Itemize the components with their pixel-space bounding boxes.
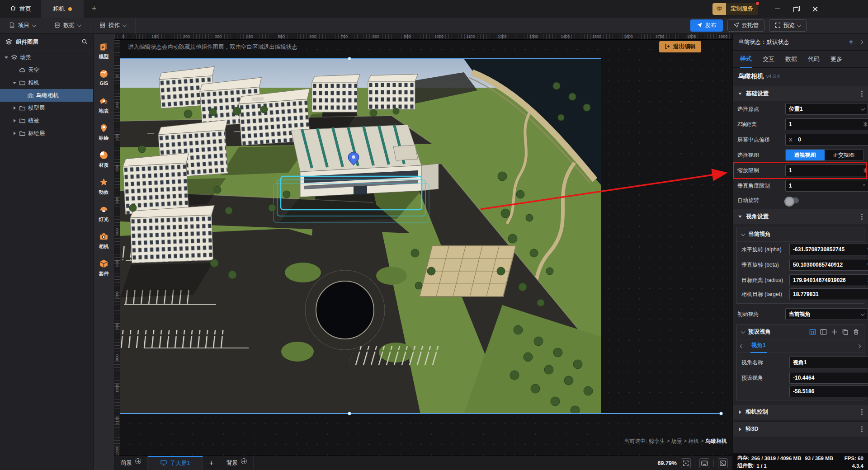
tab-more[interactable]: 更多	[830, 51, 842, 68]
selection-edge-bottom[interactable]	[120, 413, 722, 414]
dock-item-model[interactable]: 模型	[94, 39, 114, 66]
caret-right-icon[interactable]	[13, 106, 17, 110]
kebab-menu-icon[interactable]	[861, 428, 863, 430]
dock-item-kit[interactable]: 套件	[94, 256, 114, 283]
dock-item-material[interactable]: 材质	[94, 148, 114, 175]
section-camera-control[interactable]: 相机控制	[733, 404, 868, 419]
vangle-min-value[interactable]	[789, 183, 861, 189]
exit-edit-button[interactable]: 退出编辑	[659, 41, 701, 52]
table-view-icon[interactable]	[809, 329, 816, 335]
next-view-icon[interactable]	[857, 344, 861, 348]
close-button[interactable]	[806, 0, 825, 18]
fit-view-button[interactable]	[681, 458, 691, 468]
menu-action[interactable]: 操作	[90, 18, 136, 34]
radius-value[interactable]	[793, 277, 865, 283]
origin-select[interactable]	[785, 103, 868, 115]
tab-camera[interactable]: 相机	[41, 0, 84, 18]
beta-input[interactable]: °	[789, 259, 868, 271]
tree-item-model-layer[interactable]: 模型层	[0, 102, 93, 114]
caret-right-icon[interactable]	[13, 119, 17, 123]
alpha-input[interactable]: °	[789, 244, 868, 255]
caret-right-icon[interactable]	[13, 132, 17, 136]
current-view-header[interactable]: 当前视角	[737, 227, 864, 242]
preset-b1-value[interactable]	[793, 388, 865, 395]
selection-handle-corner[interactable]	[719, 412, 723, 415]
menu-data[interactable]: 数据	[45, 18, 90, 34]
add-background-icon[interactable]	[241, 458, 247, 464]
zaxis-min-value[interactable]	[789, 121, 861, 127]
offset-x-value[interactable]	[798, 136, 868, 143]
selection-edge-top[interactable]	[120, 58, 601, 59]
zoom-percent[interactable]: 69.79%	[658, 460, 677, 466]
add-state-button[interactable]: +	[849, 38, 853, 46]
menu-project[interactable]: 项目	[0, 18, 45, 34]
custom-service-badge[interactable]: 定制服务	[712, 3, 758, 15]
preview-button[interactable]: 预览	[769, 19, 807, 32]
dock-item-camera[interactable]: 相机	[94, 229, 114, 256]
preset-a1-value[interactable]	[793, 375, 865, 381]
restore-button[interactable]	[787, 0, 806, 18]
tab-data[interactable]: 数据	[785, 51, 797, 68]
editor-canvas[interactable]: 0100200300400500600700800900100011001200…	[114, 34, 732, 456]
section-view-settings[interactable]: 视角设置	[733, 209, 868, 224]
panel-view-icon[interactable]	[820, 329, 827, 335]
kebab-menu-icon[interactable]	[861, 93, 863, 94]
kebab-menu-icon[interactable]	[861, 411, 863, 413]
home-tab[interactable]: 首页	[0, 0, 41, 18]
expand-states-icon[interactable]	[859, 40, 863, 44]
subscreen-tab[interactable]: 子大屏1	[148, 456, 203, 470]
view-name-input[interactable]	[789, 357, 868, 368]
trash-icon[interactable]	[853, 329, 859, 335]
tab-style[interactable]: 样式	[740, 51, 752, 68]
dock-item-plot[interactable]: 标绘	[94, 121, 114, 148]
foreground-tab[interactable]: 前景	[114, 456, 148, 470]
tree-item-scene[interactable]: 场景	[0, 51, 93, 64]
copy-icon[interactable]	[842, 329, 849, 335]
tree-item-camera[interactable]: 相机	[0, 76, 93, 89]
keyboard-shortcuts-button[interactable]	[699, 458, 709, 468]
console-button[interactable]	[718, 458, 728, 468]
dock-item-gis[interactable]: GIS	[94, 66, 114, 94]
orthographic-view-option[interactable]: 正交视图	[825, 150, 863, 160]
init-view-value[interactable]	[789, 311, 861, 317]
section-light-3d[interactable]: 轻3D	[733, 421, 868, 437]
preset-b1-input[interactable]	[789, 385, 868, 397]
tree-item-sky[interactable]: 天空	[0, 64, 93, 76]
vangle-min-input[interactable]: °	[785, 180, 868, 192]
add-screen-button[interactable]: +	[203, 456, 220, 470]
tree-item-vegetation[interactable]: 植被	[0, 114, 93, 127]
radius-input[interactable]: 米	[789, 274, 868, 286]
kebab-menu-icon[interactable]	[861, 216, 863, 217]
zoom-limit-min-input[interactable]: 米	[785, 164, 868, 176]
selection-handle-bottom[interactable]	[348, 412, 351, 415]
background-tab[interactable]: 背景	[220, 456, 254, 470]
alpha-value[interactable]	[793, 246, 865, 253]
view-name-value[interactable]	[793, 359, 865, 366]
cloud-host-button[interactable]: 云托管	[727, 19, 765, 32]
tree-item-bird-camera[interactable]: 鸟瞰相机	[0, 89, 93, 102]
perspective-view-option[interactable]: 透视视图	[786, 150, 825, 160]
zoom-limit-min-value[interactable]	[789, 167, 861, 174]
dock-item-terrain[interactable]: 地表	[94, 94, 114, 121]
tab-code[interactable]: 代码	[808, 51, 820, 68]
target-x-value[interactable]	[793, 291, 865, 297]
preset-view-header[interactable]: 预设视角	[737, 325, 864, 339]
tab-interaction[interactable]: 交互	[763, 51, 774, 68]
dock-item-effect[interactable]: 动效	[94, 175, 114, 202]
scene-3d-view[interactable]	[120, 59, 601, 414]
add-view-icon[interactable]	[831, 329, 838, 335]
origin-value[interactable]	[789, 106, 861, 112]
tree-item-plot-layer[interactable]: 标绘层	[0, 127, 93, 140]
caret-down-icon[interactable]	[13, 81, 17, 85]
caret-down-icon[interactable]	[5, 56, 9, 60]
dock-item-light[interactable]: 灯光	[94, 202, 114, 229]
search-icon[interactable]	[81, 38, 88, 46]
section-basic-settings[interactable]: 基础设置	[733, 86, 868, 101]
offset-x-input[interactable]: X	[785, 134, 868, 146]
target-x-input[interactable]	[789, 288, 868, 300]
beta-value[interactable]	[793, 262, 865, 268]
preset-a1-input[interactable]	[789, 372, 868, 384]
publish-button[interactable]: 发布	[690, 19, 723, 32]
auto-rotate-toggle[interactable]	[785, 197, 799, 203]
zaxis-min-input[interactable]: 米	[785, 118, 868, 130]
